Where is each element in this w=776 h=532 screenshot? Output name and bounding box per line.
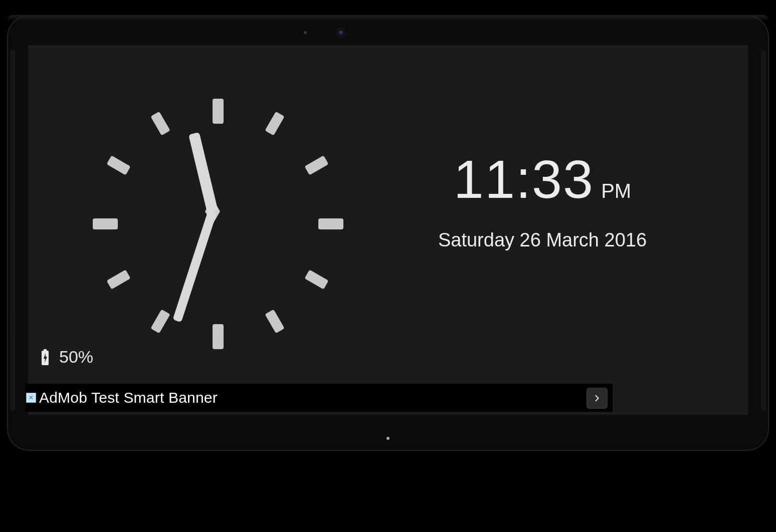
ad-cta-button[interactable] bbox=[587, 388, 608, 409]
battery-percent-label: 50% bbox=[59, 347, 93, 367]
device-mockup-stage: 11:33 PM Saturday 26 March 2016 50% bbox=[0, 0, 776, 532]
date-label: Saturday 26 March 2016 bbox=[382, 229, 703, 251]
battery-status: 50% bbox=[40, 347, 93, 367]
ad-close-icon[interactable]: × bbox=[26, 393, 36, 403]
digital-time: 11:33 bbox=[454, 148, 594, 210]
chevron-right-icon bbox=[593, 394, 601, 402]
analog-clock bbox=[72, 71, 353, 352]
ampm-label: PM bbox=[601, 180, 631, 207]
battery-charging-icon bbox=[40, 349, 50, 365]
speaker-grill-left-icon bbox=[10, 50, 15, 411]
speaker-grill-right-icon bbox=[761, 50, 766, 411]
tablet-frame: 11:33 PM Saturday 26 March 2016 50% bbox=[7, 15, 769, 451]
ad-banner[interactable]: × AdMob Test Smart Banner bbox=[25, 384, 613, 412]
screen[interactable]: 11:33 PM Saturday 26 March 2016 50% bbox=[28, 45, 748, 415]
digital-clock-block: 11:33 PM Saturday 26 March 2016 bbox=[382, 148, 703, 251]
microphone-dot-icon bbox=[304, 31, 307, 34]
bottom-indicator-dot-icon bbox=[386, 437, 390, 440]
clock-minute-hand-icon bbox=[172, 210, 217, 322]
svg-rect-0 bbox=[44, 349, 47, 351]
ad-banner-text: AdMob Test Smart Banner bbox=[39, 389, 218, 406]
front-camera-icon bbox=[337, 29, 345, 37]
